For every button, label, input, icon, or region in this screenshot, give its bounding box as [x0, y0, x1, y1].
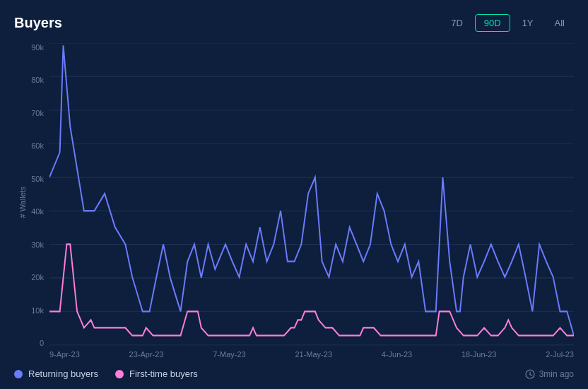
legend-firsttime: First-time buyers — [115, 368, 198, 379]
filter-7d[interactable]: 7D — [442, 14, 472, 32]
x-label-6: 2-Jul-23 — [546, 350, 574, 361]
y-axis-title: # Wallets — [18, 187, 27, 219]
returning-buyers-line — [49, 45, 574, 335]
y-label-10k: 10k — [31, 306, 44, 315]
x-label-2: 7-May-23 — [213, 350, 245, 361]
y-axis: 90k 80k 70k 60k 50k 40k 30k 20k 10k 0 # … — [14, 43, 49, 361]
y-label-40k: 40k — [31, 207, 44, 216]
chart-title: Buyers — [14, 15, 62, 31]
line-chart — [49, 43, 574, 347]
y-label-20k: 20k — [31, 273, 44, 281]
chart-header: Buyers 7D 90D 1Y All — [14, 14, 574, 32]
chart-body: 9-Apr-23 23-Apr-23 7-May-23 21-May-23 4-… — [49, 43, 574, 361]
x-label-1: 23-Apr-23 — [129, 350, 164, 361]
x-axis: 9-Apr-23 23-Apr-23 7-May-23 21-May-23 4-… — [49, 347, 574, 361]
filter-90d[interactable]: 90D — [475, 14, 510, 32]
timestamp-badge: 3min ago — [525, 369, 574, 379]
y-label-30k: 30k — [31, 240, 44, 249]
chart-area: 90k 80k 70k 60k 50k 40k 30k 20k 10k 0 # … — [14, 43, 574, 361]
filter-1y[interactable]: 1Y — [513, 14, 543, 32]
time-filter-group: 7D 90D 1Y All — [442, 14, 574, 32]
filter-all[interactable]: All — [546, 14, 574, 32]
returning-dot — [14, 370, 23, 378]
y-label-70k: 70k — [31, 109, 44, 117]
chart-legend: Returning buyers First-time buyers 3min … — [14, 361, 574, 382]
firsttime-label: First-time buyers — [129, 368, 198, 379]
svg-line-12 — [530, 374, 532, 376]
x-label-4: 4-Jun-23 — [382, 350, 412, 361]
y-label-0: 0 — [40, 339, 44, 347]
returning-label: Returning buyers — [28, 368, 98, 379]
y-label-50k: 50k — [31, 175, 44, 183]
firsttime-dot — [115, 370, 124, 378]
x-label-3: 21-May-23 — [295, 350, 332, 361]
x-label-0: 9-Apr-23 — [49, 350, 80, 361]
x-label-5: 18-Jun-23 — [461, 350, 497, 361]
clock-icon — [525, 369, 535, 379]
legend-returning: Returning buyers — [14, 368, 98, 379]
y-label-80k: 80k — [31, 76, 44, 84]
timestamp-text: 3min ago — [539, 369, 574, 379]
y-label-90k: 90k — [31, 43, 44, 52]
y-label-60k: 60k — [31, 141, 44, 150]
chart-container: Buyers 7D 90D 1Y All 90k 80k 70k 60k 50k… — [0, 0, 588, 389]
